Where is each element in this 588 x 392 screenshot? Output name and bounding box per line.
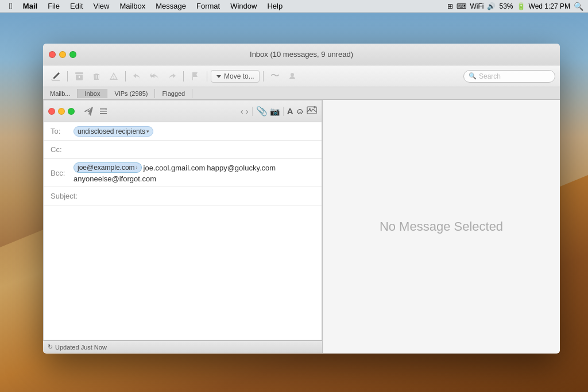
reply-all-button[interactable] [146, 69, 163, 84]
menubar-right: ⊞ ⌨ WiFi 🔊 53% 🔋 Wed 1:27 PM 🔍 [447, 2, 583, 11]
menu-format[interactable]: Format [192, 1, 225, 11]
to-token-text: undisclosed recipients [78, 127, 145, 135]
compose-window: ‹ › 📎 📷 A ☺ [43, 100, 322, 340]
close-button[interactable] [49, 51, 56, 58]
minimize-button[interactable] [59, 51, 66, 58]
left-panel: ‹ › 📎 📷 A ☺ [43, 100, 323, 353]
main-content: ‹ › 📎 📷 A ☺ [43, 100, 560, 353]
send-button[interactable] [82, 104, 95, 118]
activity-button[interactable]: 〜 [267, 69, 283, 84]
compose-body-textarea[interactable] [51, 210, 315, 335]
to-field-row: To: undisclosed recipients ▾ [44, 122, 322, 141]
compose-window-controls [48, 108, 75, 115]
message-panel: No Message Selected [323, 100, 560, 353]
main-toolbar: Move to... 〜 🔍 Search [43, 65, 560, 87]
bcc-recipient-4: anyoneelse@iforgot.com [74, 174, 156, 183]
window-title: Inbox (10 messages, 9 unread) [250, 50, 353, 59]
reply-button[interactable] [129, 69, 145, 84]
bcc-token-joe[interactable]: joe@example.com › [74, 162, 142, 173]
to-token[interactable]: undisclosed recipients ▾ [74, 126, 153, 137]
window-controls [49, 51, 76, 58]
compose-minimize-button[interactable] [58, 108, 65, 115]
junk-button[interactable] [106, 69, 122, 84]
menu-window[interactable]: Window [226, 1, 261, 11]
subject-value[interactable] [74, 192, 315, 200]
archive-button[interactable] [71, 69, 87, 84]
move-to-label: Move to... [224, 72, 254, 80]
contacts-button[interactable] [284, 69, 300, 84]
sidebar-tabs: Mailb... Inbox VIPs (2985) Flagged [43, 87, 560, 100]
compose-toolbar-divider [252, 107, 253, 116]
cc-label: Cc: [51, 145, 74, 154]
status-text: Updated Just Now [55, 344, 107, 351]
no-message-text: No Message Selected [380, 219, 503, 234]
menubar:  Mail File Edit View Mailbox Message Fo… [0, 0, 588, 13]
compose-close-button[interactable] [48, 108, 55, 115]
compose-toolbar: ‹ › 📎 📷 A ☺ [44, 100, 322, 122]
cc-input[interactable] [74, 145, 315, 154]
trash-button[interactable] [88, 69, 105, 84]
search-icon: 🔍 [469, 72, 477, 80]
volume-icon[interactable]: 🔊 [487, 2, 496, 10]
compose-maximize-button[interactable] [68, 108, 75, 115]
svg-rect-2 [100, 111, 107, 112]
menubar-left:  Mail File Edit View Mailbox Message Fo… [5, 1, 287, 11]
search-placeholder: Search [479, 72, 501, 80]
font-button[interactable]: A [287, 106, 293, 116]
menu-file[interactable]: File [43, 1, 64, 11]
toolbar-divider-5 [263, 71, 264, 81]
menu-view[interactable]: View [89, 1, 114, 11]
tab-vips[interactable]: VIPs (2985) [107, 89, 155, 98]
emoji-button[interactable]: ☺ [296, 106, 304, 116]
move-to-button[interactable]: Move to... [211, 70, 260, 83]
to-value: undisclosed recipients ▾ [74, 126, 315, 137]
mail-status-bar: ↻ Updated Just Now [43, 340, 322, 353]
maximize-button[interactable] [69, 51, 76, 58]
menu-message[interactable]: Message [151, 1, 191, 11]
toolbar-divider-3 [183, 71, 184, 81]
tab-mailboxes[interactable]: Mailb... [43, 89, 78, 98]
photo-insert-button[interactable] [307, 106, 317, 117]
mail-window: Inbox (10 messages, 9 unread) [43, 44, 560, 354]
subject-label: Subject: [51, 192, 74, 200]
tab-flagged[interactable]: Flagged [155, 89, 192, 98]
svg-rect-3 [100, 113, 107, 114]
spotlight-icon[interactable]: 🔍 [574, 2, 583, 11]
battery-percentage: 53% [499, 2, 513, 10]
bcc-value: joe@example.com › joe.cool.gmail.com hap… [74, 162, 315, 183]
datetime[interactable]: Wed 1:27 PM [529, 2, 570, 10]
tab-inbox[interactable]: Inbox [78, 89, 107, 98]
subject-input[interactable] [74, 192, 315, 200]
compose-toolbar-divider-2 [283, 107, 284, 116]
compose-back-button[interactable]: ‹ [241, 106, 243, 116]
photo-browser-button[interactable]: 📷 [270, 107, 280, 116]
forward-button[interactable] [164, 69, 180, 84]
subject-field-row: Subject: [44, 187, 322, 205]
bcc-label: Bcc: [51, 169, 74, 177]
bcc-token-joe-text: joe@example.com [78, 164, 135, 172]
input-source-icon[interactable]: ⌨ [457, 2, 466, 10]
wifi-icon[interactable]: WiFi [470, 2, 483, 10]
battery-icon: 🔋 [517, 2, 525, 10]
to-chevron: ▾ [146, 129, 149, 134]
list-toggle-button[interactable] [98, 106, 109, 117]
menu-help[interactable]: Help [262, 1, 287, 11]
compose-button[interactable] [48, 69, 64, 84]
compose-fields: To: undisclosed recipients ▾ Cc: [44, 122, 322, 205]
compose-forward-nav-button[interactable]: › [246, 106, 249, 116]
attach-button[interactable]: 📎 [256, 106, 268, 117]
menu-mail[interactable]: Mail [18, 1, 42, 11]
menu-mailbox[interactable]: Mailbox [115, 1, 150, 11]
cc-field-row: Cc: [44, 141, 322, 159]
menu-edit[interactable]: Edit [65, 1, 87, 11]
toolbar-divider-1 [67, 71, 68, 81]
apple-menu[interactable]:  [5, 1, 17, 11]
cc-value[interactable] [74, 145, 315, 154]
compose-body[interactable] [44, 205, 322, 340]
to-label: To: [51, 127, 74, 135]
airplay-icon[interactable]: ⊞ [447, 2, 453, 10]
flag-button[interactable] [187, 69, 203, 84]
bcc-token-joe-chevron: › [136, 165, 138, 170]
search-bar[interactable]: 🔍 Search [463, 70, 555, 83]
bcc-field-row: Bcc: joe@example.com › joe.cool.gmail.co… [44, 159, 322, 187]
